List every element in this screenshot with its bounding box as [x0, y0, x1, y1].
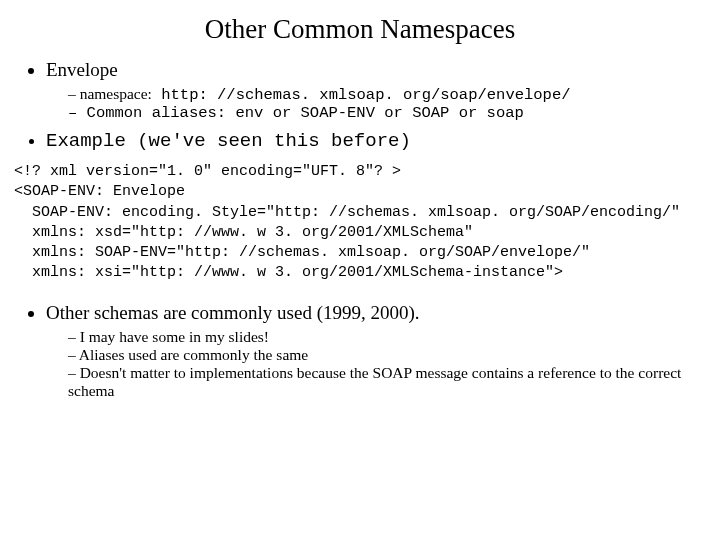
bullet-example: Example (we've seen this before) — [46, 130, 700, 152]
sub-doesnt-matter: Doesn't matter to implementations becaus… — [68, 364, 700, 400]
bullet-envelope-label: Envelope — [46, 59, 118, 80]
bullet-envelope: Envelope namespace: http: //schemas. xml… — [46, 59, 700, 122]
sub-list-envelope: namespace: http: //schemas. xmlsoap. org… — [46, 85, 700, 122]
sub-namespace: namespace: http: //schemas. xmlsoap. org… — [68, 85, 700, 104]
bullet-other-schemas: Other schemas are commonly used (1999, 2… — [46, 302, 700, 400]
sub-list-other: I may have some in my slides! Aliases us… — [46, 328, 700, 400]
bullet-list-2: Other schemas are commonly used (1999, 2… — [20, 302, 700, 400]
bullet-other-schemas-label: Other schemas are commonly used (1999, 2… — [46, 302, 420, 323]
bullet-list-1: Envelope namespace: http: //schemas. xml… — [20, 59, 700, 152]
sub-aliases-same: Aliases used are commonly the same — [68, 346, 700, 364]
sub-namespace-value: http: //schemas. xmlsoap. org/soap/envel… — [152, 86, 571, 104]
sub-namespace-label: namespace: — [80, 85, 152, 102]
slide-title: Other Common Namespaces — [20, 14, 700, 45]
code-block: <!? xml version="1. 0" encoding="UFT. 8"… — [14, 162, 700, 284]
sub-aliases: Common aliases: env or SOAP-ENV or SOAP … — [68, 104, 700, 122]
sub-my-slides: I may have some in my slides! — [68, 328, 700, 346]
